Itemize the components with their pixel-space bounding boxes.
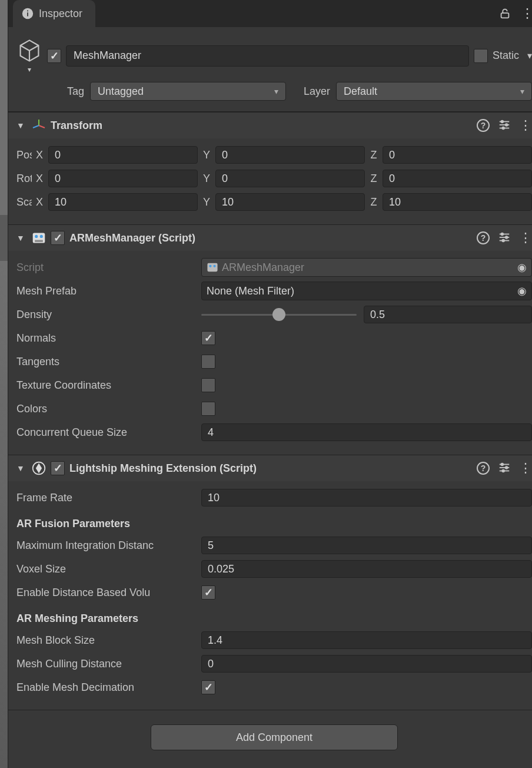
- axis-y-label: Y: [201, 196, 212, 208]
- tag-layer-row: Tag Untagged ▾ Layer Default ▾: [8, 78, 532, 111]
- svg-rect-1: [27, 12, 28, 16]
- scale-z-input[interactable]: [383, 193, 532, 211]
- foldout-icon[interactable]: ▼: [16, 464, 27, 473]
- add-component-label: Add Component: [236, 731, 312, 744]
- axis-x-label: X: [34, 149, 45, 161]
- slider-thumb[interactable]: [272, 308, 285, 321]
- transform-icon: [32, 118, 46, 133]
- max-integration-label: Maximum Integration Distanc: [16, 539, 199, 552]
- gameobject-name-input[interactable]: [66, 45, 469, 67]
- preset-icon[interactable]: [498, 118, 511, 133]
- preset-icon[interactable]: [498, 461, 511, 476]
- lock-icon[interactable]: [497, 5, 513, 22]
- texcoords-label: Texture Coordinates: [16, 379, 199, 392]
- layer-value: Default: [344, 85, 377, 98]
- scale-label: Scale: [16, 196, 32, 208]
- mesh-culling-label: Mesh Culling Distance: [16, 658, 199, 670]
- scale-y-input[interactable]: [215, 193, 365, 211]
- left-gutter: [0, 0, 8, 768]
- svg-rect-17: [35, 240, 43, 241]
- normals-checkbox[interactable]: [201, 331, 215, 345]
- lightship-enabled-checkbox[interactable]: [51, 461, 65, 475]
- mesh-decimation-checkbox[interactable]: [201, 680, 215, 694]
- tab-inspector[interactable]: Inspector: [13, 0, 95, 27]
- kebab-menu-icon[interactable]: ⋮: [519, 5, 532, 22]
- svg-point-32: [505, 466, 508, 469]
- density-slider[interactable]: [201, 312, 357, 317]
- axis-z-label: Z: [368, 196, 379, 208]
- add-component-button[interactable]: Add Component: [151, 724, 398, 750]
- svg-point-26: [213, 265, 215, 267]
- script-value: ARMeshManager: [222, 261, 304, 274]
- position-z-input[interactable]: [383, 146, 532, 164]
- rotation-y-input[interactable]: [215, 170, 365, 187]
- context-menu-icon[interactable]: ⋮: [519, 118, 532, 133]
- lightship-icon: [32, 461, 46, 475]
- distance-volume-checkbox[interactable]: [201, 585, 215, 600]
- context-menu-icon[interactable]: ⋮: [519, 230, 532, 246]
- static-checkbox[interactable]: [474, 49, 488, 63]
- armesh-title: ARMeshManager (Script): [69, 232, 472, 244]
- info-icon: [21, 7, 34, 20]
- gameobject-icon[interactable]: [16, 38, 42, 65]
- mesh-prefab-label: Mesh Prefab: [16, 285, 199, 297]
- texcoords-checkbox[interactable]: [201, 378, 215, 392]
- queue-input[interactable]: [201, 423, 532, 441]
- svg-point-23: [501, 239, 505, 242]
- colors-checkbox[interactable]: [201, 402, 215, 416]
- foldout-icon[interactable]: ▼: [16, 121, 27, 130]
- mesh-block-input[interactable]: [201, 631, 532, 649]
- armesh-enabled-checkbox[interactable]: [51, 231, 65, 245]
- svg-rect-24: [207, 263, 217, 272]
- help-icon[interactable]: ?: [477, 462, 490, 475]
- script-object-field: ARMeshManager ◉: [201, 258, 532, 277]
- position-label: Position: [16, 149, 32, 161]
- layer-dropdown[interactable]: Default ▾: [336, 82, 532, 101]
- frame-rate-label: Frame Rate: [16, 492, 199, 504]
- voxel-size-input[interactable]: [201, 560, 532, 578]
- gameobject-header: ▾ Static ▾: [8, 27, 532, 78]
- script-field-label: Script: [16, 261, 199, 274]
- icon-dropdown[interactable]: ▾: [28, 65, 31, 74]
- tag-value: Untagged: [98, 85, 144, 98]
- tangents-checkbox[interactable]: [201, 355, 215, 369]
- density-input[interactable]: [364, 306, 532, 323]
- axis-x-label: X: [34, 173, 45, 185]
- svg-rect-3: [501, 13, 509, 18]
- component-lightship-meshing: ▼ Lightship Meshing Extension (Script) ?…: [8, 455, 532, 710]
- svg-point-11: [505, 123, 508, 127]
- rotation-z-input[interactable]: [383, 170, 532, 187]
- queue-label: Concurrent Queue Size: [16, 426, 199, 439]
- position-x-input[interactable]: [48, 146, 198, 164]
- component-transform: ▼ Transform ? ⋮ Position X Y Z Rotati: [8, 112, 532, 224]
- preset-icon[interactable]: [498, 231, 511, 246]
- max-integration-input[interactable]: [201, 537, 532, 554]
- context-menu-icon[interactable]: ⋮: [519, 461, 532, 476]
- axis-x-label: X: [34, 196, 45, 208]
- chevron-down-icon: ▾: [520, 87, 524, 96]
- lightship-header[interactable]: ▼ Lightship Meshing Extension (Script) ?…: [8, 455, 532, 481]
- armesh-header[interactable]: ▼ ARMeshManager (Script) ? ⋮: [8, 225, 532, 251]
- rotation-x-input[interactable]: [48, 170, 198, 187]
- tab-bar: Inspector ⋮: [8, 0, 532, 27]
- layer-label: Layer: [304, 85, 330, 98]
- gameobject-enabled-checkbox[interactable]: [47, 49, 61, 63]
- position-y-input[interactable]: [215, 146, 365, 164]
- scale-x-input[interactable]: [48, 193, 198, 211]
- mesh-prefab-field[interactable]: None (Mesh Filter) ◉: [201, 282, 532, 300]
- svg-point-31: [501, 462, 504, 466]
- fusion-params-header: AR Fusion Parameters: [16, 509, 532, 534]
- object-picker-icon[interactable]: ◉: [517, 284, 527, 297]
- help-icon[interactable]: ?: [477, 119, 490, 132]
- meshing-params-header: AR Meshing Parameters: [16, 604, 532, 628]
- tag-dropdown[interactable]: Untagged ▾: [90, 82, 286, 101]
- transform-header[interactable]: ▼ Transform ? ⋮: [8, 112, 532, 138]
- static-dropdown[interactable]: ▾: [527, 50, 532, 61]
- foldout-icon[interactable]: ▼: [16, 233, 27, 243]
- mesh-culling-input[interactable]: [201, 655, 532, 673]
- svg-point-15: [35, 235, 38, 238]
- frame-rate-input[interactable]: [201, 489, 532, 507]
- lightship-title: Lightship Meshing Extension (Script): [69, 462, 472, 475]
- help-icon[interactable]: ?: [477, 231, 490, 244]
- tab-title: Inspector: [39, 8, 82, 20]
